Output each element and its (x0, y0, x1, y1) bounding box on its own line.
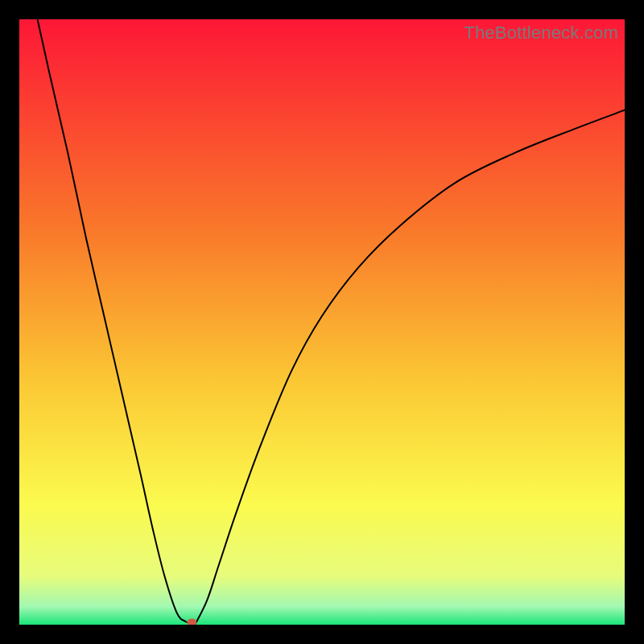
watermark-text: TheBottleneck.com (464, 23, 618, 43)
gradient-background (19, 19, 625, 625)
chart-frame: TheBottleneck.com (19, 19, 625, 625)
chart-svg (19, 19, 625, 625)
